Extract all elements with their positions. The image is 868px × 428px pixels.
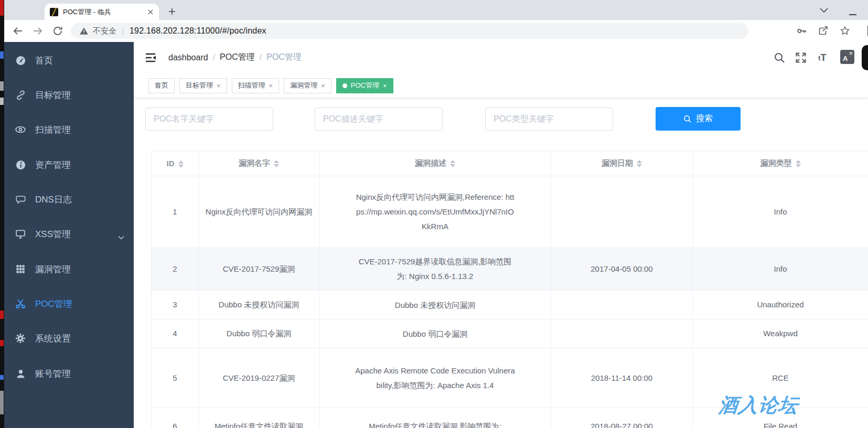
avatar[interactable] [862,45,868,70]
sort-icon[interactable] [178,160,184,168]
sidebar-item-label: XSS管理 [35,228,71,240]
sidebar-item-dns-logs[interactable]: DNS日志 [4,185,134,214]
browser-tab[interactable]: POC管理 - 临兵 [45,4,159,20]
close-icon[interactable]: × [321,82,325,89]
tab-title: POC管理 - 临兵 [63,7,147,17]
cell-type: Unauthorized [693,291,868,319]
bookmark-star-icon[interactable] [839,25,851,37]
not-secure-warning-icon [79,27,89,35]
sidebar-item-home[interactable]: 首页 [4,46,134,75]
screen: POC管理 - 临兵 不安全 192.168.202.128:11000/#/p… [0,0,868,428]
tag-home[interactable]: 首页 [148,78,175,93]
search-button[interactable]: 搜索 [656,107,741,131]
share-icon[interactable] [817,25,829,37]
tag-targets[interactable]: 目标管理 × [179,78,227,93]
sidebar-item-label: 系统设置 [35,333,71,345]
col-header-id[interactable]: ID [152,151,199,176]
tags-bar: 首页 目标管理 × 扫描管理 × 漏洞管理 × POC管理 × [134,73,868,98]
header-search-icon[interactable] [772,50,787,65]
close-icon[interactable]: × [269,82,273,89]
sort-icon[interactable] [450,160,455,167]
tab-close-icon[interactable] [147,9,154,15]
tab-search-chevron-icon[interactable] [817,3,831,17]
table-header-row: ID 漏洞名字 漏洞描述 漏洞日期 漏洞类型 [152,151,868,176]
breadcrumb-item[interactable]: POC管理 [220,52,255,63]
close-icon[interactable]: × [383,82,387,89]
font-size-icon[interactable]: tT [815,50,830,65]
table-row[interactable]: 3 Dubbo 未授权访问漏洞 Dubbo 未授权访问漏洞 Unauthoriz… [152,291,868,319]
app-navbar: dashboard / POC管理 / POC管理 tT A [134,42,868,73]
sidebar: 首页 目标管理 扫描管理 资产管理 DNS日志 [4,42,134,428]
cell-date [551,291,693,319]
back-icon[interactable] [12,25,24,37]
close-icon[interactable]: × [217,82,221,89]
cell-id: 6 [152,408,199,428]
cell-date: 2017-04-05 00:00 [551,248,693,291]
sidebar-item-label: DNS日志 [35,194,72,206]
sidebar-item-label: 目标管理 [35,89,71,101]
poc-type-input[interactable] [485,108,613,131]
language-switch-icon[interactable]: A [840,50,854,64]
address-bar[interactable]: 不安全 192.168.202.128:11000/#/poc/index [71,23,748,39]
col-header-date[interactable]: 漏洞日期 [551,151,693,176]
cell-id: 5 [152,348,199,408]
sidebar-item-label: 首页 [35,55,53,67]
sort-icon[interactable] [637,160,642,167]
breadcrumb: dashboard / POC管理 / POC管理 [168,52,302,63]
sidebar-item-targets[interactable]: 目标管理 [4,80,134,110]
sidebar-item-scans[interactable]: 扫描管理 [4,115,134,144]
window-minimize-button[interactable] [846,8,859,21]
sidebar-item-label: POC管理 [35,298,72,310]
sidebar-item-xss[interactable]: XSS管理 [4,219,134,249]
search-icon [683,115,692,123]
sidebar-item-label: 账号管理 [35,368,71,380]
grid-icon [15,263,26,275]
sidebar-item-poc[interactable]: POC管理 [4,289,134,318]
table-row[interactable]: 2 CVE-2017-7529漏洞 CVE-2017-7529越界读取信息漏洞,… [152,248,868,291]
cell-name: Dubbo 弱口令漏洞 [199,319,319,348]
col-header-name[interactable]: 漏洞名字 [199,151,319,176]
sidebar-item-accounts[interactable]: 账号管理 [4,359,134,388]
breadcrumb-item[interactable]: dashboard [168,53,208,62]
table-row[interactable]: 4 Dubbo 弱口令漏洞 Dubbo 弱口令漏洞 Weakpwd [152,319,868,348]
favicon-icon [50,8,58,16]
comment-icon [15,194,26,205]
sidebar-collapse-icon[interactable] [144,51,157,64]
sidebar-item-label: 扫描管理 [35,124,71,136]
sort-icon[interactable] [274,160,279,167]
cell-desc: Apache Axis Remote Code Execution Vulner… [319,348,551,408]
poc-desc-input[interactable] [315,108,443,131]
cell-id: 3 [152,291,199,319]
table-row[interactable]: 1 Nginx反向代理可访问内网漏洞 Nginx反向代理可访问内网漏洞,Refe… [152,176,868,248]
tag-vulns[interactable]: 漏洞管理 × [284,78,331,93]
cell-id: 4 [152,319,199,348]
sidebar-item-label: 资产管理 [35,159,71,171]
forward-icon[interactable] [31,25,44,37]
col-header-desc[interactable]: 漏洞描述 [319,151,551,176]
reload-icon[interactable] [51,25,64,37]
user-icon [15,368,26,379]
new-tab-button[interactable] [166,5,178,18]
poc-name-input[interactable] [145,108,273,131]
cell-name: CVE-2019-0227漏洞 [199,348,319,408]
sort-icon[interactable] [796,160,801,167]
cell-date [551,176,693,248]
security-label: 不安全 [93,26,116,36]
cell-desc: Nginx反向代理可访问内网漏洞,Reference: https://mp.w… [319,176,551,248]
fullscreen-icon[interactable] [794,50,808,65]
sidebar-item-assets[interactable]: 资产管理 [4,150,134,179]
tag-scans[interactable]: 扫描管理 × [232,78,280,93]
chevron-down-icon [118,232,124,242]
browser-url-bar: 不安全 192.168.202.128:11000/#/poc/index [4,20,868,42]
col-header-type[interactable]: 漏洞类型 [693,151,868,176]
tag-poc-active[interactable]: POC管理 × [336,78,393,93]
sidebar-item-settings[interactable]: 系统设置 [4,324,134,353]
sidebar-item-vulns[interactable]: 漏洞管理 [4,254,134,284]
password-key-icon[interactable] [796,25,808,37]
divider [123,27,123,35]
cell-desc: Dubbo 未授权访问漏洞 [319,291,551,319]
sidebar-item-label: 漏洞管理 [35,263,71,275]
poc-table: ID 漏洞名字 漏洞描述 漏洞日期 漏洞类型 1 Nginx反向代理可访问内网漏… [151,151,868,428]
desktop-edge-strip [0,0,4,428]
cell-desc: CVE-2017-7529越界读取信息漏洞,影响范围为: Nginx 0.5.6… [319,248,551,291]
